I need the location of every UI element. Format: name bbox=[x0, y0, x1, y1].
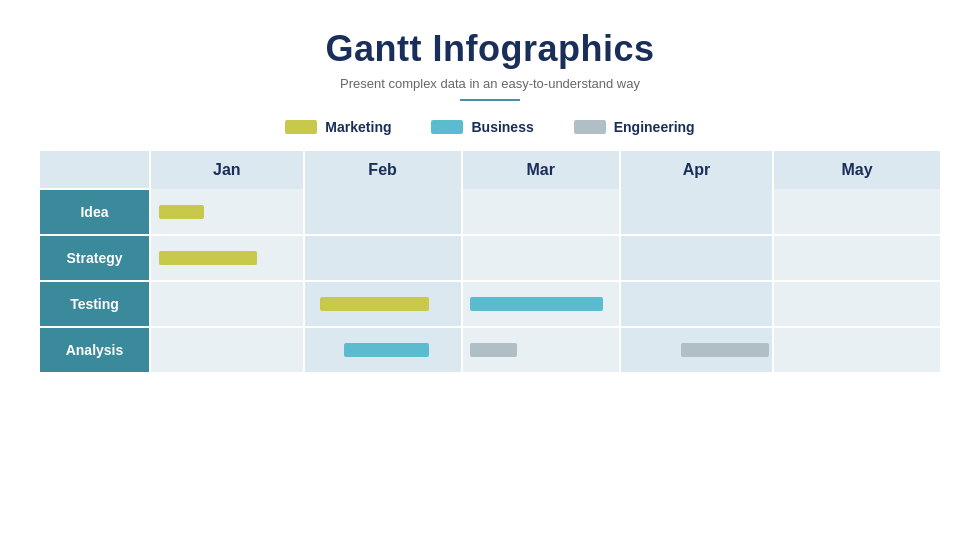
month-header-may: May bbox=[773, 151, 940, 189]
grid-cell bbox=[150, 235, 304, 281]
month-header-mar: Mar bbox=[462, 151, 620, 189]
legend-label-engineering: Engineering bbox=[614, 119, 695, 135]
page: Gantt Infographics Present complex data … bbox=[0, 0, 980, 551]
grid-cell bbox=[620, 235, 773, 281]
month-header-jan: Jan bbox=[150, 151, 304, 189]
table-row: Testing bbox=[40, 281, 940, 327]
legend-item-marketing: Marketing bbox=[285, 119, 391, 135]
gantt-bar-marketing bbox=[320, 297, 429, 311]
legend-swatch-engineering bbox=[574, 120, 606, 134]
grid-cell bbox=[773, 189, 940, 235]
row-label-idea: Idea bbox=[40, 189, 150, 235]
grid-cell bbox=[304, 281, 462, 327]
month-header-apr: Apr bbox=[620, 151, 773, 189]
row-label-testing: Testing bbox=[40, 281, 150, 327]
grid-cell bbox=[620, 327, 773, 373]
grid-cell bbox=[304, 235, 462, 281]
legend-item-business: Business bbox=[431, 119, 533, 135]
grid-cell bbox=[304, 327, 462, 373]
grid-cell bbox=[620, 189, 773, 235]
gantt-bar-marketing bbox=[159, 205, 204, 219]
grid-cell bbox=[462, 327, 620, 373]
gantt-container: JanFebMarAprMay IdeaStrategyTestingAnaly… bbox=[40, 151, 940, 531]
grid-cell bbox=[462, 281, 620, 327]
grid-cell bbox=[462, 189, 620, 235]
grid-cell bbox=[773, 235, 940, 281]
row-label-strategy: Strategy bbox=[40, 235, 150, 281]
legend: MarketingBusinessEngineering bbox=[285, 119, 694, 135]
gantt-bar-business bbox=[344, 343, 430, 357]
grid-cell bbox=[773, 281, 940, 327]
page-subtitle: Present complex data in an easy-to-under… bbox=[340, 76, 640, 91]
gantt-bar-marketing bbox=[159, 251, 258, 265]
table-row: Analysis bbox=[40, 327, 940, 373]
gantt-bar-engineering bbox=[470, 343, 517, 357]
page-title: Gantt Infographics bbox=[325, 28, 654, 70]
title-underline bbox=[460, 99, 520, 101]
grid-cell bbox=[773, 327, 940, 373]
legend-swatch-business bbox=[431, 120, 463, 134]
legend-label-business: Business bbox=[471, 119, 533, 135]
gantt-bar-engineering bbox=[681, 343, 769, 357]
table-row: Idea bbox=[40, 189, 940, 235]
gantt-table: JanFebMarAprMay IdeaStrategyTestingAnaly… bbox=[40, 151, 940, 374]
legend-item-engineering: Engineering bbox=[574, 119, 695, 135]
header-row: JanFebMarAprMay bbox=[40, 151, 940, 189]
gantt-bar-business bbox=[470, 297, 603, 311]
month-header-feb: Feb bbox=[304, 151, 462, 189]
grid-cell bbox=[620, 281, 773, 327]
grid-cell bbox=[150, 189, 304, 235]
legend-label-marketing: Marketing bbox=[325, 119, 391, 135]
grid-cell bbox=[462, 235, 620, 281]
table-row: Strategy bbox=[40, 235, 940, 281]
legend-swatch-marketing bbox=[285, 120, 317, 134]
grid-cell bbox=[304, 189, 462, 235]
row-label-analysis: Analysis bbox=[40, 327, 150, 373]
grid-cell bbox=[150, 327, 304, 373]
grid-cell bbox=[150, 281, 304, 327]
